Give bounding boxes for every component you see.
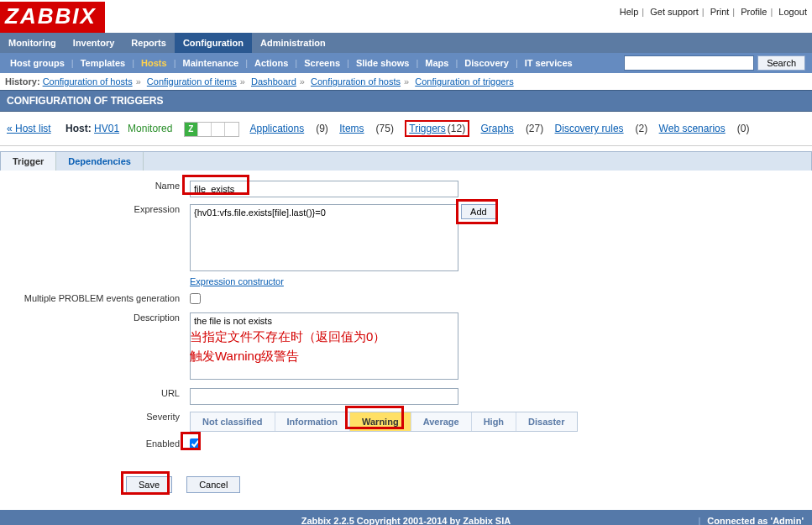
subnav-maintenance[interactable]: Maintenance [178, 55, 244, 71]
description-textarea[interactable] [190, 312, 458, 380]
severity-selector: Not classified Information Warning Avera… [190, 412, 578, 432]
web-link[interactable]: Web scenarios [659, 123, 726, 134]
host-interface-icons: Z [184, 122, 239, 137]
history-item[interactable]: Configuration of hosts [43, 76, 133, 87]
url-input[interactable] [190, 388, 458, 405]
name-label: Name [8, 177, 185, 201]
tab-dependencies[interactable]: Dependencies [56, 152, 144, 171]
nav-reports[interactable]: Reports [123, 33, 175, 53]
severity-average[interactable]: Average [411, 412, 472, 431]
subnav-itservices[interactable]: IT services [520, 55, 578, 71]
back-hostlist[interactable]: « Host list [7, 123, 51, 134]
url-label: URL [8, 385, 185, 408]
enabled-label: Enabled [8, 435, 185, 454]
items-link[interactable]: Items [339, 123, 364, 134]
history-item[interactable]: Dashboard [251, 76, 296, 87]
severity-high[interactable]: High [472, 412, 516, 431]
graphs-link[interactable]: Graphs [481, 123, 514, 134]
print-link[interactable]: Print [710, 7, 730, 17]
logo: ZABBIX [0, 2, 105, 33]
expression-constructor-link[interactable]: Expression constructor [190, 276, 284, 286]
nav-inventory[interactable]: Inventory [65, 33, 123, 53]
subnav-actions[interactable]: Actions [249, 55, 293, 71]
nav-configuration[interactable]: Configuration [175, 33, 252, 53]
subnav-slideshows[interactable]: Slide shows [351, 55, 415, 71]
snmp-icon [198, 123, 212, 136]
subnav-screens[interactable]: Screens [299, 55, 345, 71]
tab-trigger[interactable]: Trigger [1, 152, 56, 171]
host-context: « Host list Host: HV01 Monitored Z Appli… [0, 112, 812, 146]
multiple-events-label: Multiple PROBLEM events generation [8, 290, 185, 309]
triggers-highlight: Triggers(12) [405, 120, 469, 137]
triggers-link[interactable]: Triggers [409, 123, 446, 134]
help-link[interactable]: Help [620, 7, 639, 17]
form-tabs: Trigger Dependencies [0, 151, 812, 171]
history-bar: History: Configuration of hosts» Configu… [0, 73, 812, 90]
logout-link[interactable]: Logout [778, 7, 807, 17]
subnav-hostgroups[interactable]: Host groups [5, 55, 70, 71]
name-input[interactable] [190, 181, 458, 197]
description-label: Description [8, 309, 185, 385]
severity-warning[interactable]: Warning [350, 412, 411, 431]
footer: Zabbix 2.2.5 Copyright 2001-2014 by Zabb… [0, 510, 812, 525]
severity-label: Severity [8, 408, 185, 435]
host-status: Monitored [128, 123, 172, 134]
profile-link[interactable]: Profile [741, 7, 767, 17]
expression-label: Expression [8, 201, 185, 290]
subnav-hosts[interactable]: Hosts [136, 55, 172, 71]
subnav-maps[interactable]: Maps [420, 55, 453, 71]
multiple-events-checkbox[interactable] [190, 293, 201, 304]
search-input[interactable] [624, 55, 754, 71]
agent-icon: Z [185, 123, 198, 136]
page-title: CONFIGURATION OF TRIGGERS [0, 90, 812, 112]
subnav-discovery[interactable]: Discovery [459, 55, 514, 71]
cancel-button[interactable]: Cancel [186, 476, 240, 493]
expression-textarea[interactable] [190, 204, 458, 271]
history-item[interactable]: Configuration of hosts [311, 76, 401, 87]
ipmi-icon [225, 123, 238, 136]
save-button[interactable]: Save [126, 476, 172, 493]
history-item[interactable]: Configuration of items [147, 76, 237, 87]
history-item[interactable]: Configuration of triggers [415, 76, 513, 87]
nav-administration[interactable]: Administration [252, 33, 334, 53]
main-nav: Monitoring Inventory Reports Configurati… [0, 33, 812, 53]
enabled-checkbox[interactable] [190, 438, 201, 449]
history-label: History: [5, 76, 40, 87]
search-button[interactable]: Search [757, 55, 805, 71]
footer-copyright: Zabbix 2.2.5 Copyright 2001-2014 by Zabb… [301, 516, 511, 525]
discovery-link[interactable]: Discovery rules [555, 123, 624, 134]
severity-disaster[interactable]: Disaster [516, 412, 576, 431]
applications-link[interactable]: Applications [249, 123, 304, 134]
subnav-templates[interactable]: Templates [76, 55, 131, 71]
host-label: Host: [65, 123, 92, 134]
footer-connected: Connected as 'Admin' [707, 516, 804, 525]
sub-nav: Host groups| Templates| Hosts| Maintenan… [0, 53, 812, 73]
top-links: Help| Get support| Print| Profile| Logou… [620, 2, 807, 17]
severity-not-classified[interactable]: Not classified [191, 412, 275, 431]
host-name-link[interactable]: HV01 [94, 123, 119, 134]
severity-information[interactable]: Information [275, 412, 351, 431]
support-link[interactable]: Get support [650, 7, 698, 17]
jmx-icon [212, 123, 225, 136]
expression-add-button[interactable]: Add [461, 204, 496, 219]
nav-monitoring[interactable]: Monitoring [0, 33, 65, 53]
